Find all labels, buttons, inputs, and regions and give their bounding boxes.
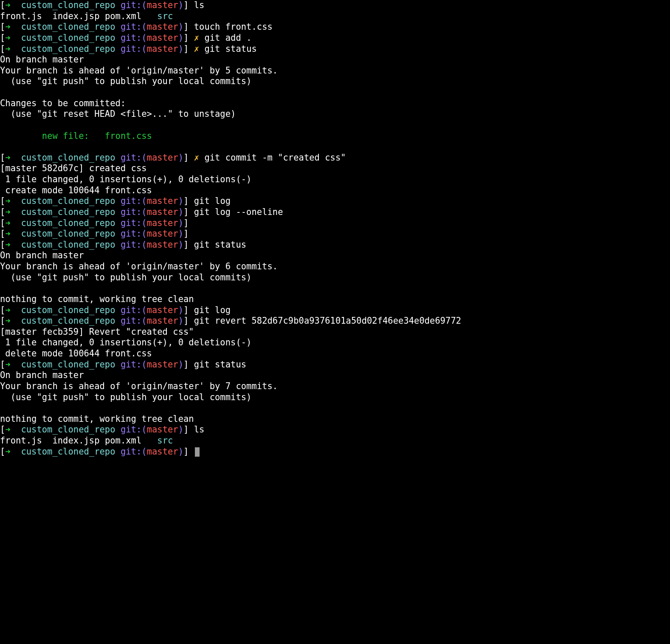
output-text: 1 file changed, 0 insertions(+), 0 delet… — [0, 337, 251, 347]
output-text: nothing to commit, working tree clean — [0, 414, 194, 424]
prompt-arrow-icon: ➜ — [5, 33, 10, 43]
prompt-paren-open: ( — [141, 22, 146, 32]
prompt-branch: master — [147, 218, 178, 228]
prompt-bracket-close: ] — [183, 305, 189, 315]
command-text[interactable]: ls — [194, 0, 205, 10]
prompt-branch: master — [147, 44, 178, 54]
prompt-bracket-close: ] — [183, 424, 189, 435]
prompt-paren-close: ) — [178, 316, 183, 326]
prompt-bracket-open: [ — [0, 207, 5, 217]
output-line: Changes to be committed: — [0, 98, 670, 109]
command-text[interactable]: git log --oneline — [194, 207, 283, 217]
prompt-branch: master — [147, 424, 178, 435]
prompt-paren-close: ) — [178, 196, 183, 206]
prompt-paren-close: ) — [178, 359, 183, 370]
prompt-bracket-close: ] — [183, 446, 189, 457]
output-line: Your branch is ahead of 'origin/master' … — [0, 381, 670, 392]
output-text: nothing to commit, working tree clean — [0, 294, 194, 304]
prompt-paren-close: ) — [178, 33, 183, 43]
command-text[interactable]: git log — [194, 305, 231, 315]
prompt-dir: custom_cloned_repo — [21, 229, 115, 239]
prompt-branch: master — [147, 22, 178, 32]
prompt-line: [➜ custom_cloned_repo git:(master)] ls — [0, 424, 670, 435]
command-text[interactable]: git status — [194, 359, 246, 370]
prompt-line: [➜ custom_cloned_repo git:(master)] git … — [0, 196, 670, 207]
output-line: (use "git reset HEAD <file>..." to unsta… — [0, 109, 670, 120]
prompt-dir: custom_cloned_repo — [21, 207, 115, 217]
output-line — [0, 283, 670, 294]
output-text: Your branch is ahead of 'origin/master' … — [0, 261, 278, 271]
output-text: (use "git push" to publish your local co… — [0, 76, 251, 86]
output-text — [0, 87, 5, 97]
prompt-paren-open: ( — [141, 359, 146, 370]
prompt-bracket-close: ] — [183, 207, 189, 217]
ls-output: front.js index.jsp pom.xml src — [0, 435, 670, 446]
prompt-bracket-close: ] — [183, 33, 189, 43]
output-line: (use "git push" to publish your local co… — [0, 392, 670, 403]
prompt-paren-close: ) — [178, 44, 183, 54]
output-text: On branch master — [0, 250, 84, 260]
prompt-dir: custom_cloned_repo — [21, 0, 115, 10]
prompt-dir: custom_cloned_repo — [21, 446, 115, 457]
prompt-dir: custom_cloned_repo — [21, 218, 115, 228]
output-text: On branch master — [0, 370, 84, 380]
output-text: [master 582d67c] created css — [0, 163, 147, 173]
prompt-line: [➜ custom_cloned_repo git:(master)] git … — [0, 207, 670, 218]
ls-dir: src — [157, 11, 173, 21]
prompt-line: [➜ custom_cloned_repo git:(master)] — [0, 218, 670, 229]
output-text — [0, 283, 5, 293]
output-text: (use "git push" to publish your local co… — [0, 272, 251, 282]
command-text[interactable]: touch front.css — [194, 22, 273, 32]
prompt-paren-open: ( — [141, 196, 146, 206]
ls-output: front.js index.jsp pom.xml src — [0, 11, 670, 22]
prompt-arrow-icon: ➜ — [5, 229, 10, 239]
prompt-line: [➜ custom_cloned_repo git:(master)] — [0, 446, 670, 458]
prompt-arrow-icon: ➜ — [5, 196, 10, 206]
command-text[interactable]: git status — [204, 44, 256, 54]
prompt-line: [➜ custom_cloned_repo git:(master)] git … — [0, 240, 670, 251]
ls-file: front.js — [0, 11, 42, 21]
command-text[interactable]: git log — [194, 196, 231, 206]
prompt-paren-open: ( — [141, 207, 146, 217]
prompt-arrow-icon: ➜ — [5, 424, 10, 435]
prompt-bracket-open: [ — [0, 359, 5, 370]
prompt-paren-close: ) — [178, 446, 183, 457]
prompt-arrow-icon: ➜ — [5, 218, 10, 228]
output-text: [master fecb359] Revert "created css" — [0, 327, 194, 337]
prompt-line: [➜ custom_cloned_repo git:(master)] touc… — [0, 22, 670, 33]
prompt-branch: master — [147, 33, 178, 43]
prompt-branch: master — [147, 196, 178, 206]
prompt-bracket-open: [ — [0, 44, 5, 54]
output-line: [master 582d67c] created css — [0, 163, 670, 174]
prompt-paren-close: ) — [178, 207, 183, 217]
prompt-branch: master — [147, 229, 178, 239]
prompt-branch: master — [147, 0, 178, 10]
output-line — [0, 120, 670, 131]
prompt-bracket-close: ] — [183, 153, 189, 163]
prompt-bracket-open: [ — [0, 196, 5, 206]
prompt-bracket-close: ] — [183, 0, 189, 10]
prompt-arrow-icon: ➜ — [5, 446, 10, 457]
prompt-paren-open: ( — [141, 33, 146, 43]
prompt-paren-open: ( — [141, 44, 146, 54]
command-text[interactable]: git add . — [204, 33, 251, 43]
output-text — [0, 120, 5, 130]
output-line: (use "git push" to publish your local co… — [0, 272, 670, 283]
command-text[interactable]: ls — [194, 424, 205, 435]
prompt-vcs-label: git: — [121, 196, 141, 206]
terminal[interactable]: [➜ custom_cloned_repo git:(master)] lsfr… — [0, 0, 670, 460]
prompt-vcs-label: git: — [121, 153, 141, 163]
prompt-dirty-icon: ✗ — [194, 33, 199, 43]
prompt-branch: master — [147, 316, 178, 326]
command-text[interactable]: git commit -m "created css" — [204, 153, 346, 163]
output-text: (use "git push" to publish your local co… — [0, 392, 251, 402]
prompt-vcs-label: git: — [121, 22, 141, 32]
output-line: create mode 100644 front.css — [0, 185, 670, 196]
command-text[interactable]: git status — [194, 240, 246, 250]
output-line: nothing to commit, working tree clean — [0, 294, 670, 305]
command-text[interactable]: git revert 582d67c9b0a9376101a50d02f46ee… — [194, 316, 461, 326]
cursor[interactable] — [195, 447, 200, 457]
output-line — [0, 141, 670, 153]
output-line: On branch master — [0, 250, 670, 261]
prompt-paren-open: ( — [141, 229, 146, 239]
